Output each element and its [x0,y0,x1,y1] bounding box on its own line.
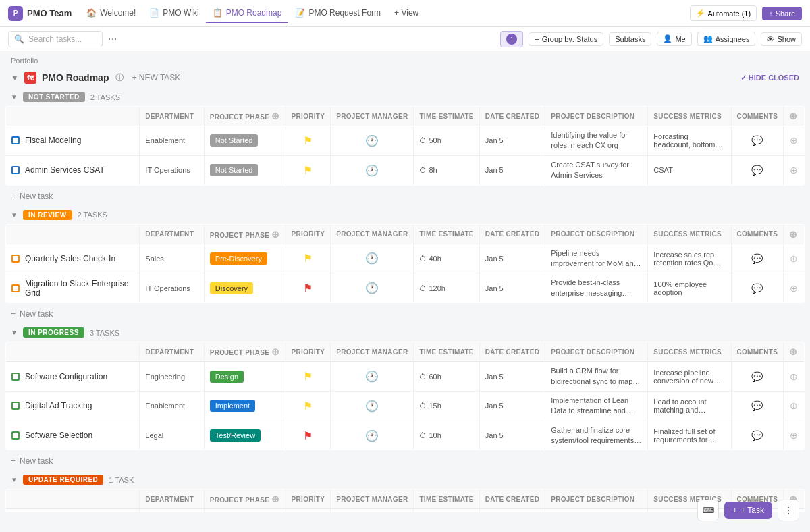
task-checkbox[interactable] [11,402,20,410]
task-title[interactable]: Software Configuration [25,372,107,381]
more-button[interactable]: ⋮ [778,500,799,512]
tab-welcome[interactable]: 🏠 Welcome! [80,4,142,23]
hide-closed-button[interactable]: ✓ HIDE CLOSED [740,74,799,82]
share-button[interactable]: ↑ Share [762,7,802,20]
table-row[interactable]: Fiscal Modeling Enablement Not Started ⚑… [6,126,805,156]
table-row[interactable]: Software Configuration Engineering Desig… [6,362,805,392]
phase-badge[interactable]: Design [210,371,244,383]
search-box[interactable]: 🔍 Search tasks... [8,31,103,47]
me-button[interactable]: 👤 Me [657,32,691,46]
task-checkbox[interactable] [11,373,20,381]
tab-roadmap[interactable]: 📋 PMO Roadmap [206,4,289,23]
automate-button[interactable]: ⚡ Automate (1) [690,5,757,21]
show-button[interactable]: 👁 Show [761,32,802,46]
group-header-in-review[interactable]: ▼ IN REVIEW 2 TASKS [5,206,805,224]
tab-wiki[interactable]: 📄 PMO Wiki [142,4,205,23]
add-detail-icon[interactable]: ⊕ [790,135,798,146]
tab-request[interactable]: 📝 PMO Request Form [288,4,387,23]
task-title[interactable]: Digital Ad Tracking [25,401,92,410]
task-title[interactable]: Admin Services CSAT [25,165,105,175]
add-task-button[interactable]: + + Task [724,502,772,512]
add-col-icon[interactable]: ⊕ [271,111,279,122]
task-checkbox[interactable] [11,284,20,292]
phase-badge[interactable]: Not Started [210,134,259,147]
add-detail-icon[interactable]: ⊕ [790,165,798,176]
table-row[interactable]: Software Selection Legal Test/Review ⚑ 🕐… [6,421,805,450]
main-content: Portfolio ▼ 🗺 PMO Roadmap ⓘ + NEW TASK ✓… [0,51,810,512]
subtasks-button[interactable]: Subtasks [609,32,651,46]
table-row[interactable]: Admin Services CSAT IT Operations Not St… [6,155,805,185]
metrics-text: Finalized full set of requirements for V… [653,427,725,444]
add-col-icon-ur[interactable]: ⊕ [271,494,279,504]
phase-badge[interactable]: Implement [210,400,255,412]
add-col-cell: ⊕ [784,244,805,273]
task-name-cell: Quarterly Sales Check-In [6,244,140,273]
add-column-icon[interactable]: ⊕ [789,111,797,122]
add-column-icon-ir[interactable]: ⊕ [789,229,797,240]
table-row[interactable]: Success Activity Tracking HR Test/Review… [6,509,805,512]
not-started-badge: NOT STARTED [23,92,85,102]
update-required-count: 1 TASK [109,476,134,484]
phase-cell[interactable]: Design [204,362,286,392]
add-detail-icon[interactable]: ⊕ [790,430,798,441]
priority-cell: ⚑ [286,362,331,392]
col-time-header-ip: TIME ESTIMATE [414,342,479,362]
add-detail-icon[interactable]: ⊕ [790,371,798,382]
phase-cell[interactable]: Not Started [204,155,286,185]
task-checkbox[interactable] [11,166,20,174]
metrics-text: Lead to account matching and handling of… [653,398,725,414]
add-col-icon-ip[interactable]: ⊕ [271,346,279,357]
priority-cell: ⚑ [286,273,331,303]
add-view-button[interactable]: + View [387,4,425,23]
phase-cell[interactable]: Test/Review [204,509,286,512]
group-header-update-required[interactable]: ▼ UPDATE REQUIRED 1 TASK [5,471,805,489]
description-text: Identifying the value for roles in each … [551,130,642,151]
filter-button[interactable]: 1 [500,31,523,47]
pm-cell: 🕐 [331,244,414,273]
assignees-button[interactable]: 👥 Assignees [697,32,756,46]
date-cell: Jan 5 [479,391,545,421]
task-title[interactable]: Software Selection [25,431,92,440]
collapse-icon[interactable]: ▼ [11,73,19,82]
keyboard-shortcut-button[interactable]: ⌨ [697,500,719,512]
table-row[interactable]: Quarterly Sales Check-In Sales Pre-Disco… [6,244,805,273]
phase-cell[interactable]: Discovery [204,273,286,303]
task-title[interactable]: Quarterly Sales Check-In [25,254,115,263]
group-header-in-progress[interactable]: ▼ IN PROGRESS 3 TASKS [5,323,805,342]
task-checkbox[interactable] [11,431,20,440]
table-row[interactable]: Digital Ad Tracking Enablement Implement… [6,391,805,421]
task-title[interactable]: Fiscal Modeling [25,136,81,145]
time-cell: ⏱ 50h [414,126,479,156]
phase-cell[interactable]: Pre-Discovery [204,244,286,273]
phase-badge[interactable]: Pre-Discovery [210,252,267,265]
task-name-cell: Software Configuration [6,362,140,392]
phase-cell[interactable]: Implement [204,391,286,421]
task-checkbox[interactable] [11,136,20,144]
new-task-button[interactable]: + NEW TASK [132,73,180,82]
add-detail-icon[interactable]: ⊕ [790,400,798,411]
group-header-not-started[interactable]: ▼ NOT STARTED 2 TASKS [5,88,805,106]
task-title[interactable]: Migration to Slack Enterprise Grid [25,279,134,298]
in-review-table: DEPARTMENT PROJECT PHASE ⊕ PRIORITY PROJ… [5,224,805,304]
phase-badge[interactable]: Discovery [210,282,253,294]
project-icon: 🗺 [24,72,36,84]
group-by-button[interactable]: ≡ Group by: Status [529,32,603,46]
col-priority-header-ur: PRIORITY [286,489,331,509]
phase-cell[interactable]: Not Started [204,126,286,156]
add-task-in-review[interactable]: + New task [5,306,805,322]
table-row[interactable]: Migration to Slack Enterprise Grid IT Op… [6,273,805,303]
add-column-icon-ip[interactable]: ⊕ [789,346,797,357]
add-task-not-started[interactable]: + New task [5,188,805,205]
phase-cell[interactable]: Test/Review [204,421,286,450]
chevron-in-review: ▼ [11,211,18,219]
add-task-in-progress[interactable]: + New task [5,453,805,469]
in-review-count: 2 TASKS [78,211,107,219]
phase-badge[interactable]: Test/Review [210,429,261,442]
add-detail-icon[interactable]: ⊕ [790,253,798,264]
task-checkbox[interactable] [11,255,20,263]
add-col-icon-ir[interactable]: ⊕ [271,229,279,240]
col-comments-header: COMMENTS [731,107,784,126]
add-detail-icon[interactable]: ⊕ [790,283,798,294]
more-options-button[interactable]: ··· [108,33,117,45]
phase-badge[interactable]: Not Started [210,164,259,176]
